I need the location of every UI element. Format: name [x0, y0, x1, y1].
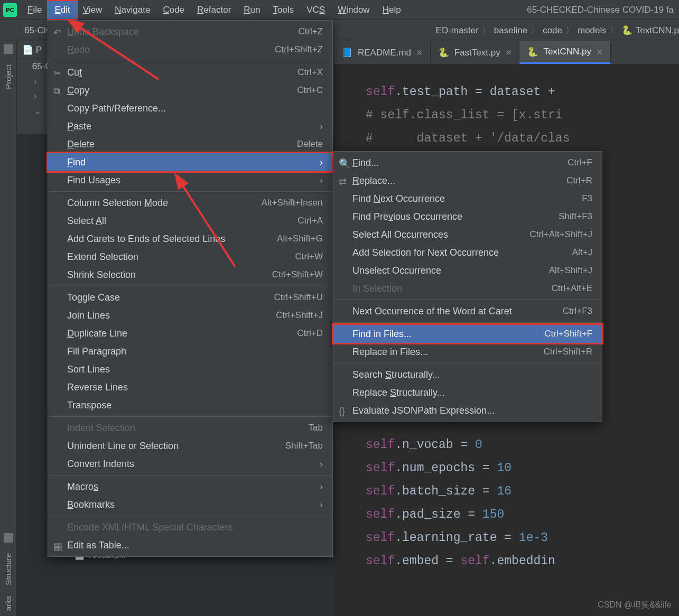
menubar-item-run[interactable]: Run [237, 1, 266, 19]
menubar-item-file[interactable]: File [21, 1, 48, 19]
edit-menu-shrink-selection[interactable]: Shrink SelectionCtrl+Shift+W [48, 266, 332, 284]
crumb-item[interactable]: ED-master [436, 25, 479, 36]
window-title: 65-CHECKED-Chinese COVID-19 fa [527, 5, 679, 15]
edit-menu-add-carets-to-ends-of-selected-lines[interactable]: Add Carets to Ends of Selected LinesAlt+… [48, 230, 332, 248]
tab-close-icon[interactable]: × [506, 46, 512, 59]
undo-icon: ↶ [53, 27, 63, 36]
menu-item-label: Find in Files... [352, 329, 528, 340]
edit-menu-column-selection-mode[interactable]: Column Selection ModeAlt+Shift+Insert [48, 194, 332, 212]
edit-menu-convert-indents[interactable]: Convert Indents› [48, 455, 332, 473]
edit-menu-delete[interactable]: DeleteDelete [48, 135, 332, 153]
tab-close-icon[interactable]: × [416, 46, 423, 59]
menu-item-label: Edit as Table... [67, 540, 323, 551]
find-menu-unselect-occurrence[interactable]: Unselect OccurrenceAlt+Shift+J [333, 262, 602, 279]
menu-item-shortcut: Ctrl+Shift+F [544, 329, 592, 339]
replace-icon: ⇄ [339, 176, 348, 185]
find-menu-replace-structurally[interactable]: Replace Structurally... [333, 384, 602, 402]
edit-menu-reverse-lines[interactable]: Reverse Lines [48, 378, 332, 396]
find-menu-replace[interactable]: ⇄Replace...Ctrl+R [333, 172, 602, 190]
crumb-item[interactable]: code [543, 25, 562, 36]
edit-menu-transpose[interactable]: Transpose [48, 396, 332, 414]
edit-menu-sort-lines[interactable]: Sort Lines [48, 360, 332, 378]
menu-item-shortcut: Alt+Shift+J [549, 265, 592, 276]
edit-menu-fill-paragraph[interactable]: Fill Paragraph [48, 342, 332, 360]
menu-separator [48, 61, 332, 61]
project-tool-icon[interactable] [4, 44, 13, 54]
edit-menu-paste[interactable]: Paste› [48, 117, 332, 135]
menu-item-shortcut: Ctrl+Shift+W [272, 269, 323, 280]
menubar-item-refactor[interactable]: Refactor [191, 1, 237, 19]
find-menu-evaluate-jsonpath-expression[interactable]: {}Evaluate JSONPath Expression... [333, 402, 602, 419]
menu-item-label: Shrink Selection [67, 269, 256, 281]
edit-menu-copy-path-reference[interactable]: Copy Path/Reference... [48, 99, 332, 117]
find-menu-replace-in-files[interactable]: Replace in Files...Ctrl+Shift+R [333, 343, 602, 361]
edit-menu-find-usages[interactable]: Find Usages› [48, 171, 332, 189]
menu-item-shortcut: F3 [582, 193, 592, 204]
crumb-file[interactable]: TextCNN.p [636, 25, 679, 36]
find-menu-add-selection-for-next-occurrence[interactable]: Add Selection for Next OccurrenceAlt+J [333, 244, 602, 262]
tab-file-icon: 📘 [341, 47, 352, 58]
find-menu-find-in-files[interactable]: Find in Files...Ctrl+Shift+F [333, 325, 602, 343]
edit-menu-redo: RedoCtrl+Shift+Z [48, 41, 332, 59]
table-icon: ▦ [53, 540, 63, 550]
menubar-item-navigate[interactable]: Navigate [108, 1, 156, 19]
edit-menu-join-lines[interactable]: Join LinesCtrl+Shift+J [48, 306, 332, 324]
edit-menu-unindent-line-or-selection[interactable]: Unindent Line or SelectionShift+Tab [48, 437, 332, 455]
app-logo: PC [3, 3, 17, 17]
menubar-item-code[interactable]: Code [156, 1, 191, 19]
edit-menu-edit-as-table[interactable]: ▦Edit as Table... [48, 536, 332, 554]
menu-item-label: Paste [67, 121, 304, 132]
menu-item-shortcut: Tab [309, 423, 323, 433]
edit-menu-toggle-case[interactable]: Toggle CaseCtrl+Shift+U [48, 288, 332, 306]
python-file-icon: 🐍 [622, 25, 633, 36]
menubar-item-view[interactable]: View [77, 1, 109, 19]
submenu-arrow-icon: › [320, 459, 323, 470]
editor-tab[interactable]: 🐍TextCNN.py× [519, 41, 610, 64]
project-tree-header: 📄 P [22, 45, 42, 55]
editor-tab[interactable]: 🐍FastText.py× [431, 41, 520, 64]
bookmarks-tool-label[interactable]: arks [4, 596, 13, 611]
crumb-item[interactable]: models [578, 25, 607, 36]
submenu-arrow-icon: › [320, 121, 323, 132]
menu-item-shortcut: Ctrl+F3 [563, 306, 592, 316]
menu-item-label: Find Next Occurrence [352, 193, 566, 204]
menu-item-label: Select All [67, 216, 282, 227]
find-menu-find-previous-occurrence[interactable]: Find Previous OccurrenceShift+F3 [333, 208, 602, 226]
tab-close-icon[interactable]: × [597, 46, 603, 58]
find-menu-select-all-occurrences[interactable]: Select All OccurrencesCtrl+Alt+Shift+J [333, 226, 602, 244]
edit-menu-copy[interactable]: ⧉CopyCtrl+C [48, 81, 332, 99]
editor-tab[interactable]: 📘README.md× [334, 41, 431, 64]
menubar-item-help[interactable]: Help [376, 1, 407, 19]
menu-item-shortcut: Ctrl+Shift+R [543, 347, 592, 357]
menu-separator [48, 286, 332, 286]
structure-tool-label[interactable]: Structure [4, 553, 13, 585]
find-menu-next-occurrence-of-the-word-at-caret[interactable]: Next Occurrence of the Word at CaretCtrl… [333, 302, 602, 320]
edit-menu-cut[interactable]: ✂CutCtrl+X [48, 63, 332, 81]
menu-item-label: Unindent Line or Selection [67, 441, 269, 452]
edit-menu-select-all[interactable]: Select AllCtrl+A [48, 212, 332, 230]
project-tool-label[interactable]: Project [4, 64, 13, 89]
structure-tool-icon[interactable] [4, 533, 13, 543]
menubar: FileEditViewNavigateCodeRefactorRunTools… [0, 0, 679, 20]
edit-menu-extend-selection[interactable]: Extend SelectionCtrl+W [48, 248, 332, 266]
tab-label: README.md [358, 48, 411, 58]
crumb-item[interactable]: baseline [494, 25, 527, 36]
edit-menu-duplicate-line[interactable]: Duplicate LineCtrl+D [48, 324, 332, 342]
menu-item-label: Find [67, 157, 304, 168]
edit-menu-find[interactable]: Find› [48, 153, 332, 171]
find-menu-search-structurally[interactable]: Search Structurally... [333, 366, 602, 384]
menu-item-label: Column Selection Mode [67, 198, 246, 209]
menu-item-label: Indent Selection [67, 423, 293, 434]
edit-menu-macros[interactable]: Macros› [48, 478, 332, 496]
find-menu-find-next-occurrence[interactable]: Find Next OccurrenceF3 [333, 190, 602, 208]
edit-menu-bookmarks[interactable]: Bookmarks› [48, 496, 332, 514]
menu-item-shortcut: Ctrl+Shift+Z [275, 44, 323, 55]
find-submenu: 🔍Find...Ctrl+F⇄Replace...Ctrl+RFind Next… [333, 151, 602, 422]
menubar-item-edit[interactable]: Edit [48, 1, 76, 19]
submenu-arrow-icon: › [320, 175, 323, 186]
menubar-item-vcs[interactable]: VCS [300, 1, 331, 19]
menubar-item-tools[interactable]: Tools [267, 1, 301, 19]
find-menu-find[interactable]: 🔍Find...Ctrl+F [333, 154, 602, 172]
menu-item-label: Copy [67, 85, 281, 96]
menubar-item-window[interactable]: Window [331, 1, 376, 19]
